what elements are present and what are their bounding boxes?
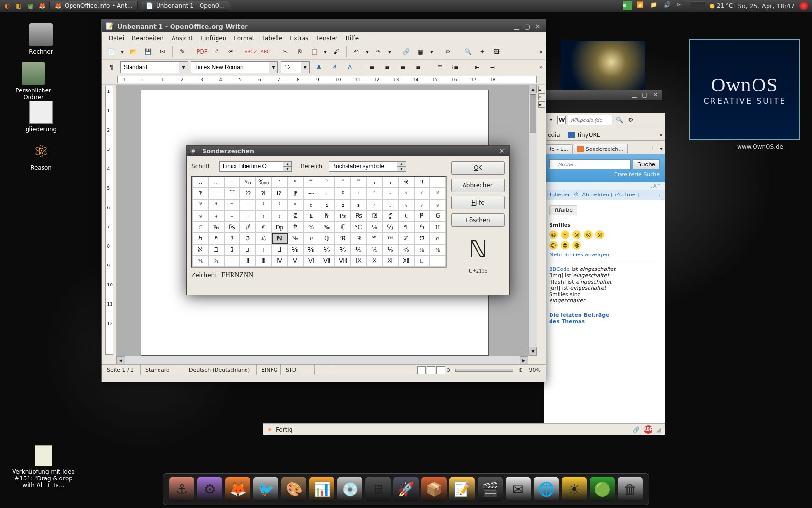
dock-gear-icon[interactable]: ⚙ bbox=[197, 477, 222, 502]
char-cell[interactable]: ⅖ bbox=[335, 244, 351, 255]
copy-icon[interactable]: ⎘ bbox=[293, 45, 306, 58]
horizontal-scrollbar[interactable]: ◂ ▸ bbox=[102, 356, 546, 364]
smiley-shock-icon[interactable]: 😲 bbox=[595, 230, 604, 239]
styles-icon[interactable]: ¶ bbox=[105, 61, 117, 74]
char-cell[interactable]: ⅗ bbox=[351, 244, 367, 255]
char-cell[interactable]: ₄ bbox=[366, 199, 382, 210]
char-cell[interactable]: ℶ bbox=[208, 244, 224, 255]
dock-globe-icon[interactable]: 🌐 bbox=[534, 477, 559, 502]
format-paintbrush-icon[interactable]: 🖌 bbox=[330, 45, 343, 58]
char-cell[interactable]: H bbox=[430, 222, 446, 233]
char-cell[interactable]: ℑ bbox=[240, 233, 256, 244]
char-cell[interactable]: ⁿ bbox=[288, 199, 304, 210]
network-icon[interactable]: 📶 bbox=[637, 1, 645, 10]
char-cell[interactable]: ₅ bbox=[382, 199, 398, 210]
horizontal-ruler[interactable]: 1i123456789101112131415161718 bbox=[117, 76, 537, 83]
volume-icon[interactable]: 🔊 bbox=[664, 1, 672, 10]
char-cell[interactable]: ₍ bbox=[256, 210, 272, 222]
menu-infügen[interactable]: Einfügen bbox=[198, 34, 229, 43]
dock-cube-icon[interactable]: 📦 bbox=[421, 477, 447, 502]
char-cell[interactable]: ⁺ bbox=[208, 199, 224, 210]
toolbar-overflow-icon[interactable]: » bbox=[539, 64, 543, 71]
char-cell[interactable]: ℏ bbox=[208, 233, 224, 244]
tab-menu-icon[interactable]: ▾ bbox=[658, 143, 665, 154]
find-icon[interactable]: 🔍 bbox=[462, 45, 474, 58]
char-cell[interactable]: ™ bbox=[382, 233, 398, 244]
multi-page-view-icon[interactable] bbox=[427, 366, 435, 374]
char-cell[interactable]: ⁾ bbox=[272, 199, 288, 210]
char-cell[interactable]: ℎ bbox=[192, 233, 208, 244]
align-justify-icon[interactable]: ≡ bbox=[412, 61, 424, 74]
char-cell[interactable]: Ⅳ bbox=[272, 255, 288, 267]
desktop-icon-link[interactable]: Verknüpfung mit Idea #151: "Drag & drop … bbox=[10, 445, 77, 489]
font-color-dropdown[interactable]: iftfarbe bbox=[549, 205, 577, 215]
page-style[interactable]: Standard bbox=[141, 365, 184, 375]
scroll-thumb[interactable] bbox=[530, 94, 536, 133]
browser-tab[interactable]: Sonderzeich... bbox=[573, 144, 628, 154]
char-cell[interactable]: ₌ bbox=[240, 210, 256, 222]
char-cell[interactable]: ₆ bbox=[398, 199, 414, 210]
char-cell[interactable]: Ⅻ bbox=[398, 255, 414, 267]
shutdown-icon[interactable] bbox=[799, 1, 808, 10]
char-cell[interactable]: ⁱ bbox=[351, 188, 367, 199]
char-cell[interactable]: Ⅲ bbox=[256, 255, 272, 267]
dock-notes-icon[interactable]: 📝 bbox=[450, 477, 475, 502]
char-cell[interactable]: ⁸ bbox=[430, 188, 446, 199]
char-cell[interactable]: ⅙ bbox=[382, 244, 398, 255]
menu-ilfe[interactable]: Hilfe bbox=[343, 34, 362, 43]
dropdown-icon[interactable]: ▾ bbox=[387, 48, 392, 55]
selection-mode[interactable]: STD bbox=[281, 365, 300, 375]
app-icon[interactable]: ▦ bbox=[26, 1, 35, 10]
spin-down-icon[interactable]: ▾ bbox=[397, 167, 406, 172]
next-page-icon[interactable]: ▾ bbox=[538, 101, 545, 108]
print-preview-icon[interactable]: 👁 bbox=[225, 45, 237, 58]
firefox-icon[interactable]: 🦊 bbox=[38, 1, 46, 10]
zoom-out-icon[interactable]: ⊖ bbox=[446, 367, 450, 373]
char-cell[interactable]: ₎ bbox=[272, 210, 288, 222]
char-cell[interactable]: ⁰ bbox=[335, 188, 351, 199]
dock-video-icon[interactable]: 🎬 bbox=[478, 477, 503, 502]
addon-icon[interactable]: 🔗 bbox=[633, 426, 640, 433]
spellcheck-icon[interactable]: ABC✓ bbox=[245, 45, 257, 58]
dropdown-icon[interactable]: ▾ bbox=[179, 62, 188, 73]
char-cell[interactable]: ⁽ bbox=[256, 199, 272, 210]
char-cell[interactable]: ℃ bbox=[351, 222, 367, 233]
scroll-right-icon[interactable]: ▸ bbox=[520, 356, 528, 364]
resize-grip-icon[interactable]: ◢ bbox=[656, 426, 661, 433]
signature-indicator[interactable] bbox=[315, 365, 329, 375]
spin-up-icon[interactable]: ▴ bbox=[397, 162, 406, 167]
char-cell[interactable]: ⁵ bbox=[382, 188, 398, 199]
scroll-left-icon[interactable]: ◂ bbox=[116, 356, 125, 364]
char-cell[interactable]: ⁻ bbox=[224, 199, 240, 210]
char-cell[interactable]: Ⅴ bbox=[288, 255, 304, 267]
menu-abelle[interactable]: Tabelle bbox=[260, 34, 286, 43]
char-cell[interactable]: ₱ bbox=[414, 210, 430, 222]
app-icon[interactable]: ◧ bbox=[14, 1, 23, 10]
char-cell[interactable]: ℧ bbox=[414, 233, 430, 244]
desktop-icon-home[interactable]: Persönlicher Ordner bbox=[7, 62, 60, 101]
char-cell[interactable]: ‾ bbox=[208, 188, 224, 199]
nav-select-icon[interactable]: ◦ bbox=[538, 93, 545, 100]
char-cell[interactable]: ₪ bbox=[366, 210, 382, 222]
cancel-button[interactable]: Abbrechen bbox=[451, 179, 505, 192]
modified-indicator[interactable] bbox=[300, 365, 315, 375]
char-cell[interactable]: ℷ bbox=[224, 244, 240, 255]
search-icon[interactable]: 🔍 bbox=[614, 114, 624, 126]
minimize-icon[interactable]: ▁ bbox=[513, 22, 521, 30]
char-cell[interactable]: ℜ bbox=[335, 233, 351, 244]
char-cell[interactable]: ⁋ bbox=[288, 188, 304, 199]
align-left-icon[interactable]: ≡ bbox=[365, 61, 378, 74]
char-cell[interactable]: ⅆ bbox=[240, 222, 256, 233]
dropdown-icon[interactable]: ▾ bbox=[301, 62, 309, 73]
char-cell[interactable]: ₃ bbox=[351, 199, 367, 210]
folder-icon[interactable]: 📁 bbox=[650, 1, 659, 10]
char-cell[interactable]: ₈ bbox=[430, 199, 446, 210]
menu-nsicht[interactable]: Ansicht bbox=[169, 34, 196, 43]
char-cell[interactable]: № bbox=[288, 233, 304, 244]
char-cell[interactable]: ⁹ bbox=[192, 199, 208, 210]
language[interactable]: Deutsch (Deutschland) bbox=[184, 365, 257, 375]
weather-applet[interactable]: ● 21 °C bbox=[710, 2, 733, 9]
zoom-value[interactable]: 90% bbox=[524, 367, 546, 373]
char-cell[interactable]: ₨ bbox=[351, 210, 367, 222]
char-cell[interactable]: ‥ bbox=[192, 177, 208, 188]
